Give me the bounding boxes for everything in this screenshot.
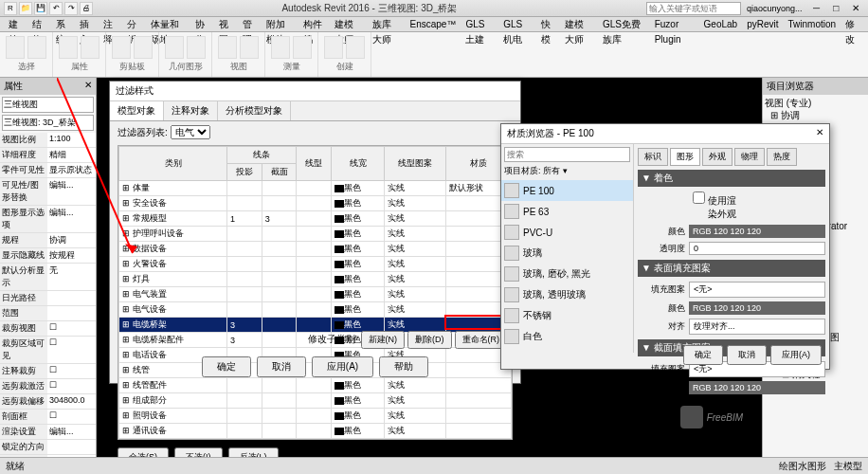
menu-建模大师[interactable]: 建模大师 xyxy=(560,17,598,31)
mat-btn-应用(A)[interactable]: 应用(A) xyxy=(770,345,822,365)
close-button[interactable]: ✕ xyxy=(847,3,864,13)
vg-tab[interactable]: 分析模型对象 xyxy=(218,101,291,120)
menu-附加模块[interactable]: 附加模块 xyxy=(262,17,299,31)
tree-item[interactable]: 视图 (专业) xyxy=(765,97,866,109)
prop-row[interactable]: 渲染设置编辑... xyxy=(0,425,96,440)
vg-row[interactable]: ⊞ 照明设备黑色实线 xyxy=(119,409,512,424)
vg-row[interactable]: ⊞ 线管配件黑色实线 xyxy=(119,378,512,393)
vg-row[interactable]: ⊞ 组成部分黑色实线 xyxy=(119,393,512,409)
ribbon-icon[interactable] xyxy=(218,36,237,59)
menu-GLS土建[interactable]: GLS土建 xyxy=(461,17,498,31)
vg-row[interactable]: ⊞ 电气装置黑色实线 xyxy=(119,287,512,302)
prop-row[interactable]: 裁剪区域可见☐ xyxy=(0,337,96,364)
undo-icon[interactable]: ↶ xyxy=(49,2,63,15)
material-search-input[interactable] xyxy=(504,147,630,162)
dialog-btn-确定[interactable]: 确定 xyxy=(202,356,251,377)
shading-header[interactable]: ▼ 着色 xyxy=(638,170,825,187)
menu-Enscape™[interactable]: Enscape™ xyxy=(406,17,461,31)
mod-btn[interactable]: 删除(D) xyxy=(407,331,452,349)
prop-row[interactable]: 规程协调 xyxy=(0,233,96,248)
save-icon[interactable]: 💾 xyxy=(34,2,47,15)
maximize-button[interactable]: □ xyxy=(827,3,844,13)
vg-table[interactable]: 类别 线条 线型 线宽 线型图案 材质 投影 截面 ⊞ 体量黑色实线默认形状⊞ … xyxy=(118,145,513,440)
menu-插入[interactable]: 插入 xyxy=(75,17,99,31)
prop-row[interactable]: 剖面框☐ xyxy=(0,410,96,425)
vg-tab[interactable]: 模型对象 xyxy=(110,101,164,120)
menu-协作[interactable]: 协作 xyxy=(190,17,214,31)
menu-快模[interactable]: 快模 xyxy=(536,17,560,31)
vg-row[interactable]: ⊞ 数据设备黑色实线 xyxy=(119,242,512,257)
mat-tab[interactable]: 热度 xyxy=(767,148,797,166)
prop-row[interactable]: 裁剪视图☐ xyxy=(0,321,96,337)
render-checkbox[interactable]: 使用渲染外观 xyxy=(689,191,736,221)
mat-tab[interactable]: 图形 xyxy=(670,148,700,166)
menu-建筑[interactable]: 建筑 xyxy=(4,17,27,31)
ribbon-icon[interactable] xyxy=(187,36,206,59)
vg-row[interactable]: ⊞ 护理呼叫设备黑色实线 xyxy=(119,227,512,242)
redo-icon[interactable]: ↷ xyxy=(64,2,78,15)
dialog-btn-应用(A)[interactable]: 应用(A) xyxy=(312,356,373,377)
close-icon[interactable]: ✕ xyxy=(816,127,823,137)
menu-注释[interactable]: 注释 xyxy=(99,17,122,31)
prop-row[interactable]: 默认分析显示无 xyxy=(0,264,96,291)
ribbon-icon[interactable] xyxy=(6,36,25,59)
mod-btn[interactable]: 新建(N) xyxy=(361,331,406,349)
menu-系统[interactable]: 系统 xyxy=(51,17,75,31)
tree-item[interactable]: ⊞ 协调 xyxy=(765,109,866,121)
color3-value[interactable]: RGB 120 120 120 xyxy=(689,381,825,394)
material-item[interactable]: 不锈钢 xyxy=(501,305,633,326)
material-item[interactable]: 玻璃, 磨砂, 黑光 xyxy=(501,264,633,284)
filter-combo[interactable]: 电气 xyxy=(171,125,210,139)
prop-row[interactable]: 远剪裁偏移304800.0 xyxy=(0,394,96,410)
menu-Fuzor Plugin[interactable]: Fuzor Plugin xyxy=(650,17,699,31)
dialog-btn-帮助[interactable]: 帮助 xyxy=(379,356,428,377)
menu-GeoLab[interactable]: GeoLab xyxy=(699,17,743,31)
menu-GLS机电[interactable]: GLS机电 xyxy=(498,17,536,31)
color2-value[interactable]: RGB 120 120 120 xyxy=(689,301,825,315)
prop-row[interactable]: 注释裁剪☐ xyxy=(0,364,96,379)
vg-row[interactable]: ⊞ 火警设备黑色实线 xyxy=(119,257,512,272)
vg-row[interactable]: ⊞ 通讯设备黑色实线 xyxy=(119,424,512,439)
menu-修改[interactable]: 修改 xyxy=(841,17,864,31)
type-selector[interactable]: 三维视图 xyxy=(2,97,94,113)
app-icon[interactable]: R xyxy=(4,2,17,15)
vg-row[interactable]: ⊞ 安全设备黑色实线 xyxy=(119,196,512,211)
prop-row[interactable]: 零件可见性显示原状态 xyxy=(0,163,96,178)
vg-tab[interactable]: 注释对象 xyxy=(164,101,218,120)
vg-row[interactable]: ⊞ 电气设备黑色实线 xyxy=(119,302,512,318)
mat-btn-取消[interactable]: 取消 xyxy=(727,345,767,365)
vg-row[interactable]: ⊞ 体量黑色实线默认形状 xyxy=(119,181,512,196)
mod-btn[interactable]: 重命名(R) xyxy=(455,331,508,349)
menu-pyRevit[interactable]: pyRevit xyxy=(742,17,783,31)
prop-row[interactable]: 视图比例1:100 xyxy=(0,133,96,148)
prop-row[interactable]: 显示隐藏线按规程 xyxy=(0,248,96,264)
transparency-input[interactable] xyxy=(689,242,825,255)
print-icon[interactable]: 🖨 xyxy=(80,2,93,15)
material-item[interactable]: PE 63 xyxy=(501,201,633,222)
material-filter[interactable]: 项目材质: 所有 ▾ xyxy=(504,165,630,177)
material-item[interactable]: PVC-U xyxy=(501,222,633,243)
ribbon-icon[interactable] xyxy=(81,36,99,59)
open-icon[interactable]: 📁 xyxy=(19,2,32,15)
mat-tab[interactable]: 物理 xyxy=(734,148,765,166)
menu-视图[interactable]: 视图 xyxy=(214,17,238,31)
menu-Twinmotion[interactable]: Twinmotion xyxy=(784,17,841,31)
menu-结构[interactable]: 结构 xyxy=(27,17,51,31)
menu-构件坞[interactable]: 构件坞 xyxy=(298,17,329,31)
material-item[interactable]: 白色 xyxy=(501,326,633,347)
prop-row[interactable]: 详细程度精细 xyxy=(0,148,96,163)
surface-header[interactable]: ▼ 表面填充图案 xyxy=(638,260,825,277)
prop-row[interactable]: 范围 xyxy=(0,306,96,321)
material-item[interactable]: PE 100 xyxy=(501,180,633,201)
close-icon[interactable]: ✕ xyxy=(84,80,92,93)
minimize-button[interactable]: ─ xyxy=(807,3,824,13)
prop-row[interactable]: 可见性/图形替换编辑... xyxy=(0,178,96,206)
ribbon-icon[interactable] xyxy=(293,36,312,59)
menu-体量和场地[interactable]: 体量和场地 xyxy=(146,17,190,31)
ribbon-icon[interactable] xyxy=(240,36,259,59)
menu-GLS免费族库[interactable]: GLS免费族库 xyxy=(598,17,650,31)
material-item[interactable]: 玻璃, 透明玻璃 xyxy=(501,284,633,305)
menu-管理[interactable]: 管理 xyxy=(238,17,262,31)
prop-row[interactable]: 远剪裁激活☐ xyxy=(0,379,96,394)
help-search-input[interactable] xyxy=(646,2,741,15)
